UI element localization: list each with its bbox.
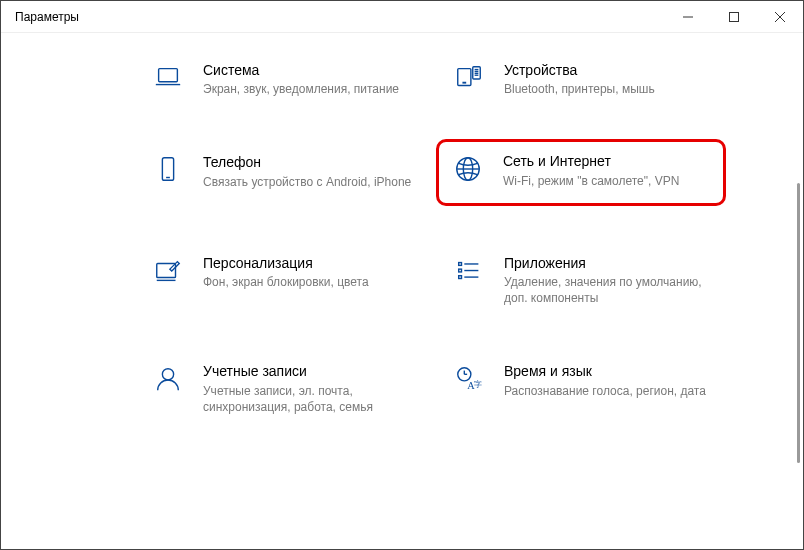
tile-text: Приложения Удаление, значения по умолчан… xyxy=(504,254,722,307)
scrollbar[interactable] xyxy=(797,183,800,463)
tile-text: Персонализация Фон, экран блокировки, цв… xyxy=(203,254,421,290)
tile-title: Сеть и Интернет xyxy=(503,152,711,170)
tile-desc: Распознавание голоса, регион, дата xyxy=(504,383,722,399)
tile-desc: Учетные записи, эл. почта, синхронизация… xyxy=(203,383,421,415)
laptop-icon xyxy=(151,63,185,97)
tile-title: Приложения xyxy=(504,254,722,272)
svg-rect-7 xyxy=(462,82,466,84)
svg-rect-4 xyxy=(159,69,178,82)
tile-title: Учетные записи xyxy=(203,362,421,380)
tile-text: Учетные записи Учетные записи, эл. почта… xyxy=(203,362,421,415)
tile-text: Телефон Связать устройство с Android, iP… xyxy=(203,153,421,189)
maximize-button[interactable] xyxy=(711,1,757,33)
content-area: Система Экран, звук, уведомления, питани… xyxy=(1,33,803,549)
tile-phone[interactable]: Телефон Связать устройство с Android, iP… xyxy=(141,145,431,205)
svg-rect-20 xyxy=(459,262,462,265)
tile-text: Устройства Bluetooth, принтеры, мышь xyxy=(504,61,722,97)
svg-text:字: 字 xyxy=(474,380,482,389)
tile-text: Время и язык Распознавание голоса, регио… xyxy=(504,362,722,398)
window-controls xyxy=(665,1,803,33)
tile-accounts[interactable]: Учетные записи Учетные записи, эл. почта… xyxy=(141,354,431,423)
paint-icon xyxy=(151,256,185,290)
globe-icon xyxy=(451,154,485,188)
close-button[interactable] xyxy=(757,1,803,33)
svg-point-26 xyxy=(162,369,173,380)
svg-rect-1 xyxy=(730,13,739,22)
person-icon xyxy=(151,364,185,398)
tile-desc: Экран, звук, уведомления, питание xyxy=(203,81,421,97)
tile-personalization[interactable]: Персонализация Фон, экран блокировки, цв… xyxy=(141,246,431,315)
window-title: Параметры xyxy=(15,10,79,24)
tile-title: Устройства xyxy=(504,61,722,79)
tile-desc: Связать устройство с Android, iPhone xyxy=(203,174,421,190)
svg-rect-22 xyxy=(459,269,462,272)
devices-icon xyxy=(452,63,486,97)
tile-desc: Удаление, значения по умолчанию, доп. ко… xyxy=(504,274,722,306)
tile-title: Время и язык xyxy=(504,362,722,380)
tile-desc: Wi-Fi, режим "в самолете", VPN xyxy=(503,173,711,189)
tile-desc: Фон, экран блокировки, цвета xyxy=(203,274,421,290)
tile-desc: Bluetooth, принтеры, мышь xyxy=(504,81,722,97)
tile-devices[interactable]: Устройства Bluetooth, принтеры, мышь xyxy=(442,53,732,105)
tile-title: Персонализация xyxy=(203,254,421,272)
tile-system[interactable]: Система Экран, звук, уведомления, питани… xyxy=(141,53,431,105)
svg-rect-24 xyxy=(459,275,462,278)
tile-apps[interactable]: Приложения Удаление, значения по умолчан… xyxy=(442,246,732,315)
tile-text: Сеть и Интернет Wi-Fi, режим "в самолете… xyxy=(503,152,711,188)
phone-icon xyxy=(151,155,185,189)
apps-icon xyxy=(452,256,486,290)
minimize-button[interactable] xyxy=(665,1,711,33)
settings-grid: Система Экран, звук, уведомления, питани… xyxy=(1,33,803,443)
tile-title: Система xyxy=(203,61,421,79)
time-language-icon: A 字 xyxy=(452,364,486,398)
tile-network[interactable]: Сеть и Интернет Wi-Fi, режим "в самолете… xyxy=(436,139,726,205)
tile-text: Система Экран, звук, уведомления, питани… xyxy=(203,61,421,97)
tile-time-language[interactable]: A 字 Время и язык Распознавание голоса, р… xyxy=(442,354,732,423)
tile-title: Телефон xyxy=(203,153,421,171)
